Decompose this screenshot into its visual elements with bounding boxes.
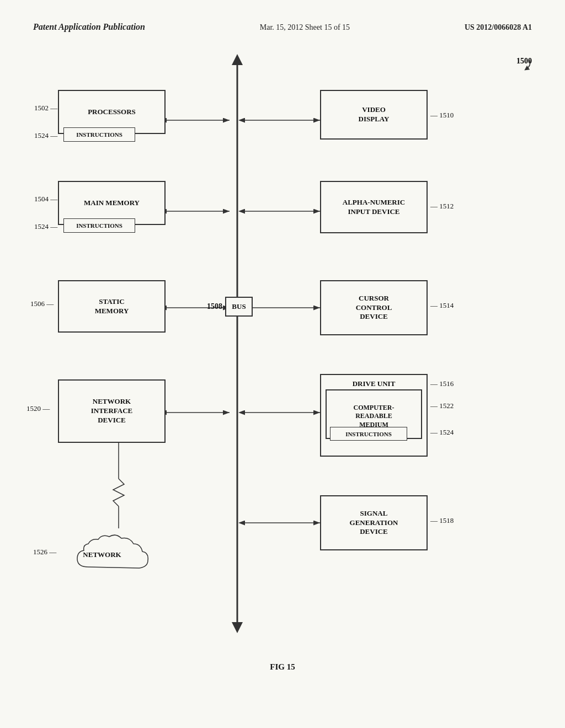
cursor-control-box: CURSOR CONTROL DEVICE xyxy=(320,280,428,335)
signal-gen-box: SIGNAL GENERATION DEVICE xyxy=(320,495,428,550)
video-display-box: VIDEO DISPLAY xyxy=(320,90,428,140)
network-cloud: NETWORK xyxy=(72,528,154,586)
diagram-svg xyxy=(0,49,565,688)
page-header: Patent Application Publication Mar. 15, … xyxy=(0,0,565,43)
svg-text:NETWORK: NETWORK xyxy=(83,550,121,559)
publication-label: Patent Application Publication xyxy=(33,22,145,32)
ref-1506: 1506 — xyxy=(30,299,54,308)
alpha-numeric-box: ALPHA-NUMERIC INPUT DEVICE xyxy=(320,181,428,233)
diagram-area: 1500 PROCESSORS INSTRUCTIONS 1502 — 1524… xyxy=(0,49,565,688)
ref-1500-arrow xyxy=(518,57,535,73)
static-memory-box: STATIC MEMORY xyxy=(58,280,166,333)
ref-1522: — 1522 xyxy=(430,402,454,410)
ref-1512: — 1512 xyxy=(430,202,454,211)
patent-page: Patent Application Publication Mar. 15, … xyxy=(0,0,565,728)
bus-box: BUS xyxy=(225,297,253,317)
ref-1516: — 1516 xyxy=(430,379,454,388)
ref-1514: — 1514 xyxy=(430,301,454,310)
svg-marker-8 xyxy=(232,622,243,633)
date-sheet-label: Mar. 15, 2012 Sheet 15 of 15 xyxy=(260,23,350,32)
svg-marker-7 xyxy=(232,54,243,65)
ref-1524-mem: 1524 — xyxy=(34,222,57,231)
ref-1504: 1504 — xyxy=(34,195,57,204)
ref-1524-proc: 1524 — xyxy=(34,131,57,140)
ref-1518: — 1518 xyxy=(430,516,454,525)
ref-1526: 1526 — xyxy=(33,548,56,556)
main-memory-instructions-box: INSTRUCTIONS xyxy=(63,218,135,233)
ref-1510: — 1510 xyxy=(430,111,454,120)
ref-1502: 1502 — xyxy=(34,104,57,113)
ref-1524-drive: — 1524 xyxy=(430,428,454,437)
processors-instructions-box: INSTRUCTIONS xyxy=(63,127,135,142)
patent-number-label: US 2012/0066028 A1 xyxy=(465,23,532,32)
drive-unit-label: DRIVE UNIT xyxy=(353,379,396,389)
ref-1520: 1520 — xyxy=(26,404,50,413)
figure-caption: FIG 15 xyxy=(270,662,295,672)
drive-instructions-box: INSTRUCTIONS xyxy=(330,427,407,441)
network-interface-box: NETWORK INTERFACE DEVICE xyxy=(58,379,166,443)
